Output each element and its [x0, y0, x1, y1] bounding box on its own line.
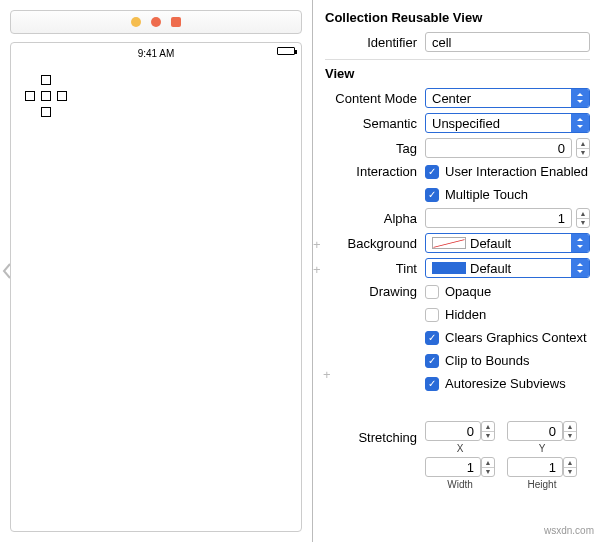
drawing-label: Drawing: [325, 282, 425, 299]
multiple-touch-checkbox[interactable]: ✓: [425, 188, 439, 202]
plus-icon[interactable]: +: [323, 368, 331, 381]
chevron-updown-icon: [571, 89, 589, 107]
interaction-label: Interaction: [325, 162, 425, 179]
battery-icon: [277, 47, 295, 55]
section-view: View: [325, 66, 590, 81]
hidden-label: Hidden: [445, 307, 486, 322]
clears-graphics-checkbox[interactable]: ✓: [425, 331, 439, 345]
status-bar: 9:41 AM: [11, 43, 301, 63]
section-collection-reusable-view: Collection Reusable View: [325, 10, 590, 25]
clears-graphics-label: Clears Graphics Context: [445, 330, 587, 345]
canvas-panel: 9:41 AM: [0, 0, 313, 542]
selection-handles[interactable]: [29, 75, 69, 115]
opaque-label: Opaque: [445, 284, 491, 299]
stretch-y-caption: Y: [507, 443, 577, 454]
opaque-checkbox[interactable]: [425, 285, 439, 299]
stretch-width-caption: Width: [425, 479, 495, 490]
user-interaction-label: User Interaction Enabled: [445, 164, 588, 179]
plus-icon[interactable]: +: [313, 263, 321, 276]
status-time: 9:41 AM: [138, 48, 175, 59]
attributes-inspector: Collection Reusable View Identifier cell…: [313, 0, 600, 542]
stretching-label: Stretching: [325, 430, 425, 445]
plus-icon[interactable]: +: [313, 238, 321, 251]
autoresize-label: Autoresize Subviews: [445, 376, 566, 391]
hidden-checkbox[interactable]: [425, 308, 439, 322]
canvas-toolbar: [10, 10, 302, 34]
stretch-height-stepper[interactable]: ▲▼: [563, 457, 577, 477]
stretch-x-stepper[interactable]: ▲▼: [481, 421, 495, 441]
chevron-updown-icon: [571, 114, 589, 132]
background-label: +Background: [325, 236, 425, 251]
identifier-label: Identifier: [325, 35, 425, 50]
color-swatch-blue-icon: [432, 262, 466, 274]
autoresize-checkbox[interactable]: ✓: [425, 377, 439, 391]
tint-label: +Tint: [325, 261, 425, 276]
content-mode-select[interactable]: Center: [425, 88, 590, 108]
stretch-height-field[interactable]: 1: [507, 457, 563, 477]
multiple-touch-label: Multiple Touch: [445, 187, 528, 202]
toolbar-dot-orange-icon: [151, 17, 161, 27]
stretch-x-caption: X: [425, 443, 495, 454]
stretch-width-field[interactable]: 1: [425, 457, 481, 477]
alpha-stepper[interactable]: ▲▼: [576, 208, 590, 228]
chevron-updown-icon: [571, 234, 589, 252]
watermark: wsxdn.com: [544, 525, 594, 536]
stretch-width-stepper[interactable]: ▲▼: [481, 457, 495, 477]
background-select[interactable]: Default: [425, 233, 590, 253]
tag-label: Tag: [325, 141, 425, 156]
clip-to-bounds-label: Clip to Bounds: [445, 353, 530, 368]
chevron-updown-icon: [571, 259, 589, 277]
user-interaction-checkbox[interactable]: ✓: [425, 165, 439, 179]
clip-to-bounds-checkbox[interactable]: ✓: [425, 354, 439, 368]
color-swatch-none-icon: [432, 237, 466, 249]
tag-field[interactable]: 0: [425, 138, 572, 158]
tag-stepper[interactable]: ▲▼: [576, 138, 590, 158]
divider: [325, 59, 590, 60]
stretch-height-caption: Height: [507, 479, 577, 490]
stretch-x-field[interactable]: 0: [425, 421, 481, 441]
identifier-field[interactable]: cell: [425, 32, 590, 52]
semantic-select[interactable]: Unspecified: [425, 113, 590, 133]
stretch-y-field[interactable]: 0: [507, 421, 563, 441]
toolbar-dot-yellow-icon: [131, 17, 141, 27]
semantic-label: Semantic: [325, 116, 425, 131]
tint-select[interactable]: Default: [425, 258, 590, 278]
stretch-y-stepper[interactable]: ▲▼: [563, 421, 577, 441]
toolbar-square-orange-icon: [171, 17, 181, 27]
alpha-field[interactable]: 1: [425, 208, 572, 228]
device-preview[interactable]: 9:41 AM: [10, 42, 302, 532]
alpha-label: Alpha: [325, 211, 425, 226]
content-mode-label: Content Mode: [325, 91, 425, 106]
